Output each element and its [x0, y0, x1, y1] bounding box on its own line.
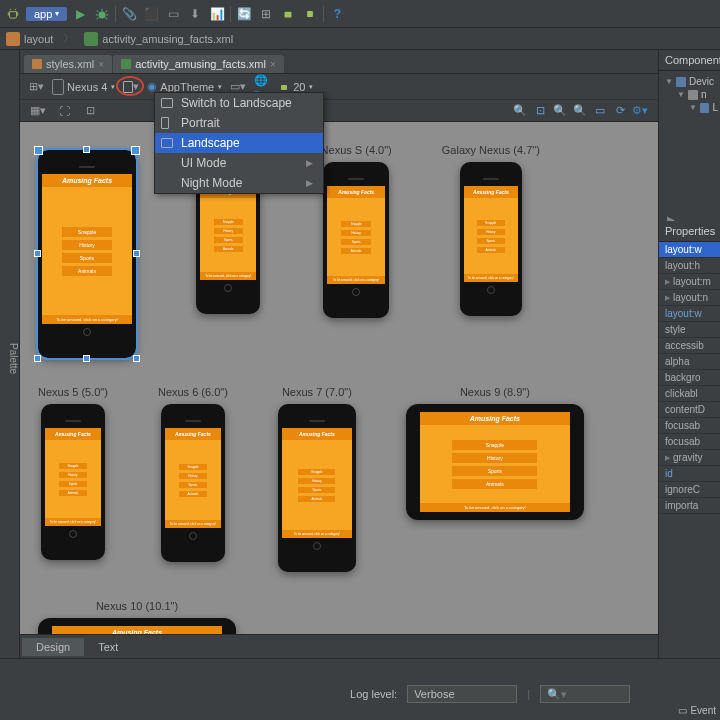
- log-search-input[interactable]: [540, 685, 630, 703]
- property-row[interactable]: alpha: [659, 354, 720, 370]
- log-level-dropdown[interactable]: [407, 685, 517, 703]
- event-log-button[interactable]: ▭ Event: [678, 705, 716, 716]
- clip-icon[interactable]: ▭: [592, 103, 608, 119]
- tree-row[interactable]: ▼L: [661, 101, 718, 114]
- device-preview[interactable]: Nexus 6 (6.0")Amusing FactsSnappleHistor…: [158, 386, 228, 572]
- debug-button[interactable]: [93, 5, 111, 23]
- design-canvas[interactable]: Amusing FactsSnappleHistorySportsAnimals…: [20, 122, 658, 634]
- tab-styles[interactable]: styles.xml×: [24, 55, 112, 73]
- component-tree[interactable]: ▼Devic ▼n ▼L ▶: [659, 71, 720, 221]
- monitor-icon[interactable]: 📊: [208, 5, 226, 23]
- device-preview[interactable]: Galaxy Nexus (4.7")Amusing FactsSnappleH…: [442, 144, 540, 358]
- property-row[interactable]: backgro: [659, 370, 720, 386]
- property-row[interactable]: layout:h: [659, 258, 720, 274]
- property-row[interactable]: layout:w: [659, 242, 720, 258]
- device-frame[interactable]: Amusing FactsSnappleHistorySportsAnimals…: [161, 404, 225, 562]
- breadcrumb-item[interactable]: layout: [24, 33, 53, 45]
- tab-design[interactable]: Design: [22, 638, 84, 656]
- property-row[interactable]: style: [659, 322, 720, 338]
- zoom-actual-icon[interactable]: 🔍: [512, 103, 528, 119]
- app-footer: To be amused, click on a category!: [282, 530, 352, 538]
- zoom-fit-icon[interactable]: ⊡: [532, 103, 548, 119]
- property-row[interactable]: accessib: [659, 338, 720, 354]
- stop-icon[interactable]: ⬛: [142, 5, 160, 23]
- android3-icon[interactable]: [301, 5, 319, 23]
- menu-item-landscape[interactable]: Landscape: [155, 133, 323, 153]
- device-frame[interactable]: Amusing FactsSnappleHistorySportsAnimals…: [38, 150, 136, 358]
- refresh-icon[interactable]: ⟳: [612, 103, 628, 119]
- category-button: History: [62, 240, 111, 250]
- breadcrumb-item[interactable]: activity_amusing_facts.xml: [102, 33, 233, 45]
- tab-activity[interactable]: activity_amusing_facts.xml×: [113, 55, 284, 73]
- svg-rect-5: [281, 85, 287, 90]
- app-title: Amusing Facts: [52, 626, 222, 634]
- menu-item-portrait[interactable]: Portrait: [155, 113, 323, 133]
- attach-icon[interactable]: 📎: [120, 5, 138, 23]
- android-icon[interactable]: [4, 5, 22, 23]
- device-frame[interactable]: Amusing FactsSnappleHistorySportsAnimals…: [406, 404, 584, 520]
- zoom-in-icon[interactable]: 🔍: [552, 103, 568, 119]
- property-label: clickabl: [665, 388, 698, 399]
- device-frame[interactable]: Amusing FactsSnappleHistorySportsAnimals…: [278, 404, 356, 572]
- close-icon[interactable]: ×: [270, 59, 276, 70]
- viewport-icon[interactable]: ▦▾: [30, 103, 46, 119]
- dummy-icon[interactable]: ⊡: [82, 103, 98, 119]
- device-preview[interactable]: Nexus 7 (7.0")Amusing FactsSnappleHistor…: [278, 386, 356, 572]
- device-preview[interactable]: Nexus 5 (5.0")Amusing FactsSnappleHistor…: [38, 386, 108, 572]
- zoom-out-icon[interactable]: 🔍: [572, 103, 588, 119]
- design-config-bar: ⊞▾ Nexus 4 ▾ ◉AppTheme ▭▾ 🌐▾ 20: [20, 74, 658, 100]
- device-preview[interactable]: Amusing FactsSnappleHistorySportsAnimals…: [38, 144, 136, 358]
- property-row[interactable]: ▶layout:m: [659, 274, 720, 290]
- device-frame[interactable]: Amusing FactsSnappleHistorySportsAnimals…: [41, 404, 105, 560]
- device-frame[interactable]: Amusing FactsSnappleHistorySportsAnimals…: [323, 162, 389, 318]
- run-config-dropdown[interactable]: app: [26, 7, 67, 21]
- device-frame[interactable]: Amusing FactsSnappleHistorySportsAnimals…: [460, 162, 522, 316]
- device-preview[interactable]: Nexus 9 (8.9")Amusing FactsSnappleHistor…: [406, 386, 584, 572]
- sdk-icon[interactable]: ⬇: [186, 5, 204, 23]
- menu-item-nightmode[interactable]: Night Mode▶: [155, 173, 323, 193]
- property-row[interactable]: clickabl: [659, 386, 720, 402]
- device-preview[interactable]: Nexus S (4.0")Amusing FactsSnappleHistor…: [321, 144, 392, 358]
- component-tree-header[interactable]: Component: [659, 50, 720, 71]
- run-button[interactable]: ▶: [71, 5, 89, 23]
- menu-item-uimode[interactable]: UI Mode▶: [155, 153, 323, 173]
- gear-icon[interactable]: ⚙▾: [632, 103, 648, 119]
- tab-text[interactable]: Text: [84, 638, 132, 656]
- device-dropdown[interactable]: Nexus 4: [52, 79, 115, 95]
- property-label: importa: [665, 500, 698, 511]
- property-label: alpha: [665, 356, 689, 367]
- property-row[interactable]: layout:w: [659, 306, 720, 322]
- theme-label: AppTheme: [160, 81, 214, 93]
- orientation-dropdown[interactable]: ▾: [123, 79, 139, 95]
- android2-icon[interactable]: [279, 5, 297, 23]
- property-row[interactable]: ▶layout:n: [659, 290, 720, 306]
- sync-icon[interactable]: 🔄: [235, 5, 253, 23]
- app-footer: To be amused, click on a category!: [464, 274, 518, 282]
- property-row[interactable]: ignoreC: [659, 482, 720, 498]
- property-row[interactable]: ▶gravity: [659, 450, 720, 466]
- property-label: layout:n: [673, 292, 708, 303]
- device-preview[interactable]: Nexus 10 (10.1")Amusing FactsSnappleHist…: [38, 600, 236, 634]
- property-row[interactable]: focusab: [659, 418, 720, 434]
- property-row[interactable]: id: [659, 466, 720, 482]
- property-row[interactable]: importa: [659, 498, 720, 514]
- expand-icon[interactable]: ⛶: [56, 103, 72, 119]
- property-row[interactable]: contentD: [659, 402, 720, 418]
- tree-row[interactable]: ▼Devic: [661, 75, 718, 88]
- api-label: 20: [293, 81, 305, 93]
- property-row[interactable]: focusab: [659, 434, 720, 450]
- category-button: History: [214, 228, 243, 234]
- device-frame[interactable]: Amusing FactsSnappleHistorySportsAnimals…: [38, 618, 236, 634]
- tab-label: activity_amusing_facts.xml: [135, 58, 266, 70]
- palette-tab[interactable]: Palette: [0, 50, 20, 658]
- properties-header[interactable]: Properties: [659, 221, 720, 242]
- breadcrumb: layout 〉 activity_amusing_facts.xml: [0, 28, 720, 50]
- palette-icon[interactable]: ⊞▾: [28, 79, 44, 95]
- properties-panel[interactable]: layout:wlayout:h▶layout:m▶layout:nlayout…: [659, 242, 720, 658]
- help-icon[interactable]: ?: [328, 5, 346, 23]
- tree-row[interactable]: ▼n: [661, 88, 718, 101]
- struct-icon[interactable]: ⊞: [257, 5, 275, 23]
- close-icon[interactable]: ×: [98, 59, 104, 70]
- avd-icon[interactable]: ▭: [164, 5, 182, 23]
- menu-item-switch[interactable]: Switch to Landscape: [155, 93, 323, 113]
